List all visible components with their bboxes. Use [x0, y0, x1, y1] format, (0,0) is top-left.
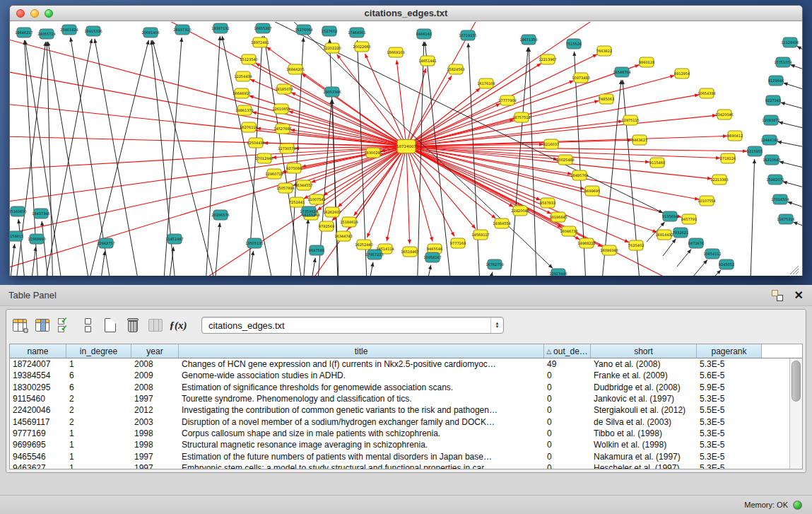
table-row[interactable]: 911546021997Tourette syndrome. Phenomeno… [10, 393, 789, 404]
table-cell: 1 [66, 359, 131, 369]
table-cell: 0 [544, 452, 591, 462]
table-cell: de Silva et al. (2003) [591, 417, 697, 427]
column-header-indegree[interactable]: in_degree [66, 344, 131, 358]
table-row[interactable]: 1872400712008Changes of HCN gene express… [10, 358, 789, 370]
table-cell: 0 [544, 405, 591, 415]
scrollbar-thumb[interactable] [792, 361, 801, 402]
table-settings-button[interactable] [11, 316, 29, 334]
table-row[interactable]: 977716911998Corpus callosum shape and si… [10, 428, 789, 439]
table-panel-body: ✓✓ ƒ(x) citations_edges.txt ▲ ▼ [6, 309, 806, 473]
table-cell: 9465546 [10, 452, 66, 462]
svg-text:16344557: 16344557 [295, 183, 312, 187]
svg-text:18724007: 18724007 [396, 144, 416, 148]
svg-text:13505135: 13505135 [245, 241, 263, 245]
column-header-year[interactable]: year [131, 344, 179, 358]
column-header-title[interactable]: title [179, 344, 544, 358]
svg-text:10655287: 10655287 [254, 26, 271, 30]
column-header-outde[interactable]: △out_de… [544, 344, 591, 358]
svg-text:12942757: 12942757 [97, 241, 114, 245]
row-height-button[interactable] [78, 316, 97, 334]
table-row[interactable]: 1456911722003Disruption of a novel membe… [10, 416, 789, 427]
table-cell: 1998 [131, 428, 179, 438]
network-view-background: citations_edges.txt 19646217240557242390… [0, 0, 812, 285]
table-cell: 18724007 [10, 359, 66, 369]
svg-text:1527602: 1527602 [322, 29, 337, 33]
table-cell: 5.3E-5 [697, 428, 762, 438]
svg-text:17016504: 17016504 [771, 197, 789, 201]
svg-text:17777909: 17777909 [498, 98, 516, 103]
table-source-dropdown[interactable]: citations_edges.txt ▲ ▼ [201, 317, 504, 334]
network-canvas-container[interactable]: 1964621724055724239018241891533620691406… [10, 22, 802, 276]
table-body[interactable]: 1872400712008Changes of HCN gene express… [10, 358, 789, 469]
table-cell: 1 [66, 428, 131, 438]
svg-text:9227343: 9227343 [765, 98, 781, 103]
svg-text:7485063: 7485063 [599, 97, 614, 101]
svg-text:15824563: 15824563 [447, 67, 464, 71]
svg-text:16210643: 16210643 [763, 158, 780, 162]
svg-text:12975115: 12975115 [621, 118, 639, 122]
svg-text:10973493: 10973493 [572, 76, 589, 80]
svg-text:12730574: 12730574 [278, 146, 295, 151]
svg-text:19397132: 19397132 [211, 26, 229, 30]
table-cell: 0 [544, 428, 591, 438]
svg-text:7832621: 7832621 [673, 230, 688, 235]
column-header-pagerank[interactable]: pagerank [697, 344, 762, 358]
table-cell: Stergiakouli et al. (2012) [591, 405, 697, 415]
column-header-name[interactable]: name [10, 344, 66, 358]
svg-text:10107554: 10107554 [698, 199, 715, 203]
table-cell: 5.5E-5 [697, 405, 762, 415]
svg-text:9792569: 9792569 [319, 224, 334, 228]
svg-text:9860128: 9860128 [639, 60, 654, 64]
network-window-titlebar[interactable]: citations_edges.txt [10, 6, 802, 21]
table-row[interactable]: 946362711997Embryonic stem cells: a mode… [10, 462, 789, 469]
svg-text:10958167: 10958167 [423, 255, 441, 259]
table-vertical-scrollbar[interactable] [789, 358, 802, 469]
function-builder-button[interactable]: ƒ(x) [169, 316, 187, 334]
citation-network-graph[interactable]: 1964621724055724239018241891533620691406… [10, 22, 802, 276]
table-cell: 1 [66, 440, 131, 450]
svg-text:16914432: 16914432 [655, 233, 673, 237]
table-row[interactable]: 1938455462009Genome-wide association stu… [10, 370, 789, 381]
column-header-short[interactable]: short [591, 344, 697, 358]
table-cell: Corpus callosum shape and size in male p… [179, 428, 544, 438]
svg-text:9135694: 9135694 [662, 214, 678, 218]
show-column-button[interactable] [33, 316, 52, 334]
table-cell: Estimation of the future numbers of pati… [179, 452, 544, 462]
table-cell: 9777169 [10, 428, 66, 438]
table-cell: 1 [66, 463, 131, 469]
svg-text:12213967: 12213967 [539, 57, 556, 62]
svg-text:12610651: 12610651 [272, 107, 290, 111]
table-row[interactable]: 946554611997Estimation of the future num… [10, 450, 789, 462]
svg-text:19646217: 19646217 [15, 30, 33, 35]
new-document-button[interactable] [101, 316, 119, 334]
float-panel-icon[interactable] [772, 290, 783, 301]
svg-text:9245052: 9245052 [719, 262, 734, 267]
table-cell: 2 [66, 394, 131, 404]
table-row[interactable]: 969969511998Structural magnetic resonanc… [10, 439, 789, 450]
select-rows-button[interactable]: ✓✓ [56, 316, 74, 334]
svg-text:12093872: 12093872 [762, 118, 779, 122]
svg-text:17359924: 17359924 [300, 209, 317, 214]
svg-text:9587833: 9587833 [540, 201, 555, 205]
table-cell: Investigating the contribution of common… [179, 405, 544, 415]
svg-text:16276114: 16276114 [240, 125, 257, 129]
table-cell: 2 [66, 405, 131, 415]
table-cell: 9115460 [10, 394, 66, 404]
svg-text:14671358: 14671358 [519, 37, 537, 42]
svg-text:11451947: 11451947 [165, 237, 183, 241]
svg-text:16646910: 16646910 [233, 91, 250, 95]
close-panel-icon[interactable]: ✕ [794, 290, 804, 301]
svg-text:15276064: 15276064 [295, 28, 312, 32]
svg-text:28937310: 28937310 [173, 28, 191, 32]
svg-text:18185074: 18185074 [275, 87, 293, 91]
table-row[interactable]: 2242004622012Investigating the contribut… [10, 404, 789, 416]
table-cell: Tibbo et al. (1998) [591, 428, 697, 438]
table-row[interactable]: 1830029562008Estimation of significance … [10, 382, 789, 393]
table-cell: 5.3E-5 [697, 394, 762, 404]
table-cell: Hescheler et al. (1997) [591, 463, 697, 469]
svg-text:8912954: 8912954 [674, 71, 690, 76]
svg-text:17012946: 17012946 [255, 156, 273, 160]
table-cell: Yano et al. (2008) [591, 359, 697, 369]
table-cell: 14569117 [10, 417, 66, 427]
delete-button[interactable] [124, 316, 142, 334]
